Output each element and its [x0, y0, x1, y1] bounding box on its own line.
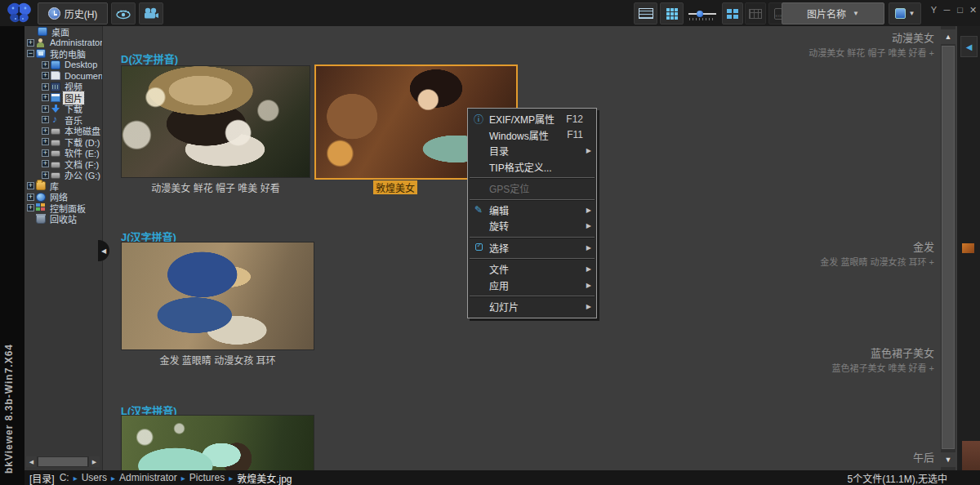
window-mode-dropdown[interactable]: ▼ [889, 2, 921, 24]
scroll-right-icon[interactable]: ▶ [89, 456, 100, 467]
minimize-button[interactable]: ─ [941, 3, 953, 16]
expand-plus-icon[interactable]: + [42, 61, 49, 69]
right-label-title: 蓝色裙子美女 [831, 345, 934, 360]
close-button[interactable]: ✕ [967, 3, 979, 16]
menu-item-select[interactable]: 选择 ▶ [468, 240, 596, 256]
history-button[interactable]: 历史(H) [38, 2, 108, 24]
submenu-arrow-icon: ▶ [586, 222, 591, 229]
detail-list-view-button[interactable] [634, 2, 657, 24]
slider-knob[interactable] [697, 11, 703, 17]
expand-plus-icon[interactable]: + [27, 204, 34, 211]
expand-plus-icon[interactable]: + [42, 160, 49, 167]
menu-separator [470, 177, 595, 178]
collapse-minus-icon[interactable]: − [27, 50, 34, 57]
menu-item-exif-xmp-properties[interactable]: ⓘ EXIF/XMP属性 F12 [468, 111, 596, 127]
title-bar: 历史(H) 图片名称 ▼ ▼ Y ─ [0, 0, 980, 26]
folder-icon [36, 181, 46, 190]
expand-plus-icon[interactable]: + [42, 105, 49, 113]
menu-item-windows-properties[interactable]: Windows属性 F11 [468, 127, 596, 144]
scroll-left-icon[interactable]: ◀ [26, 456, 37, 467]
breadcrumb-users[interactable]: Users [82, 472, 119, 483]
desktop-icon [38, 27, 47, 36]
thumbnail-grid-view-button[interactable] [660, 2, 684, 24]
left-edge-strip: bkViewer 8.3b-Win7.X64 [0, 0, 24, 485]
thumbnail-caption: 金发 蓝眼睛 动漫女孩 耳环 [121, 353, 314, 367]
recycle-bin-icon [36, 215, 46, 224]
breadcrumb-drive[interactable]: C: [60, 472, 82, 483]
scrollbar-thumb[interactable] [942, 46, 955, 449]
expand-plus-icon[interactable]: + [42, 94, 49, 101]
thumbnail-blue-scarf[interactable] [121, 242, 314, 350]
menu-item-directory[interactable]: 目录 ▶ [468, 143, 596, 159]
menu-item-gps-location-disabled: GPS定位 [468, 180, 596, 197]
sort-by-name-dropdown[interactable]: 图片名称 ▼ [782, 2, 884, 24]
expand-plus-icon[interactable]: + [42, 138, 49, 145]
panel-thumbnail-marker [962, 243, 974, 253]
section-header-d: D(汉字拼音) [121, 51, 178, 66]
menu-item-edit[interactable]: ✎ 编辑 ▶ [468, 202, 596, 219]
user-icon [36, 38, 46, 47]
breadcrumb-pictures[interactable]: Pictures [189, 472, 237, 483]
info-icon: ⓘ [468, 112, 489, 126]
tree-item-drive-g[interactable]: +办公 (G:) [24, 170, 102, 181]
thumbnail-teal-dress-clipped[interactable] [121, 415, 314, 470]
browser-vertical-scrollbar[interactable]: ▲ ▼ [941, 26, 956, 470]
thumbnail-flower-hat[interactable] [121, 65, 310, 178]
panel-expand-left-icon[interactable]: ◀ [960, 36, 978, 57]
select-box-icon [468, 242, 489, 253]
tree-item-desktop-folder[interactable]: +Desktop [24, 60, 102, 71]
scroll-up-icon[interactable]: ▲ [941, 29, 956, 44]
expand-plus-icon[interactable]: + [27, 39, 34, 47]
breadcrumb-administrator[interactable]: Administrator [119, 472, 189, 483]
music-note-icon [51, 115, 60, 124]
scrollbar-thumb[interactable] [38, 457, 87, 466]
movie-camera-icon [143, 7, 159, 20]
app-logo-butterfly-icon [5, 2, 33, 24]
menu-item-slideshow[interactable]: 幻灯片 ▶ [468, 299, 596, 315]
menu-item-file[interactable]: 文件 ▶ [468, 261, 596, 278]
expand-plus-icon[interactable]: + [42, 127, 49, 135]
expand-plus-icon[interactable]: + [42, 83, 49, 91]
slider-track [688, 13, 716, 15]
expand-plus-icon[interactable]: + [27, 182, 34, 189]
drive-icon [51, 150, 60, 157]
menu-item-rotate[interactable]: 旋转 ▶ [468, 218, 596, 234]
right-label-title: 金发 [820, 238, 934, 254]
tree-item-recycle-bin[interactable]: 回收站 [24, 214, 102, 225]
status-bar: [目录] C: Users Administrator Pictures 敦煌美… [24, 470, 980, 485]
sort-dropdown-label: 图片名称 [807, 7, 846, 20]
scroll-down-icon[interactable]: ▼ [941, 452, 956, 467]
expand-plus-icon[interactable]: + [42, 149, 49, 157]
expand-plus-icon[interactable]: + [27, 194, 34, 201]
drive-icon [51, 128, 60, 135]
tree-horizontal-scrollbar[interactable]: ◀ ▶ [26, 456, 100, 467]
expand-plus-icon[interactable]: + [42, 116, 49, 123]
computer-icon [36, 49, 46, 58]
video-icon [51, 82, 60, 91]
tree-item-desktop-root[interactable]: 桌面 [24, 26, 102, 38]
right-label-group: 蓝色裙子美女 蓝色裙子美女 唯美 好看 + [831, 345, 934, 374]
chevron-down-icon: ▼ [853, 10, 859, 17]
tree-item-my-computer[interactable]: −我的电脑 [24, 48, 102, 60]
right-label-sub: 蓝色裙子美女 唯美 好看 + [831, 361, 934, 374]
group-view-button[interactable] [722, 2, 743, 24]
status-directory-prefix: [目录] [29, 471, 55, 485]
expand-plus-icon[interactable]: + [42, 72, 49, 79]
menu-item-apply[interactable]: 应用 ▶ [468, 278, 596, 294]
menu-separator [470, 199, 595, 200]
thumbnail-size-slider[interactable] [686, 2, 719, 24]
expand-plus-icon[interactable]: + [42, 171, 49, 179]
right-label-title: 午后 [913, 449, 934, 465]
menu-separator [470, 258, 595, 259]
slideshow-camera-button[interactable] [139, 2, 163, 24]
menu-separator [470, 237, 595, 238]
folder-tree-panel: 桌面 +Administrator −我的电脑 +Desktop +Docume… [24, 26, 103, 470]
window-mode-icon [895, 8, 906, 19]
chevron-down-icon: ▼ [909, 10, 915, 17]
preview-eye-button[interactable] [111, 2, 136, 24]
menu-item-tip-format[interactable]: TIP格式定义... [468, 159, 596, 176]
breadcrumb-current-file[interactable]: 敦煌美女.jpg [237, 471, 292, 485]
settings-wrench-icon[interactable]: Y [928, 3, 940, 16]
download-arrow-icon [51, 105, 60, 113]
maximize-button[interactable]: □ [954, 3, 966, 16]
